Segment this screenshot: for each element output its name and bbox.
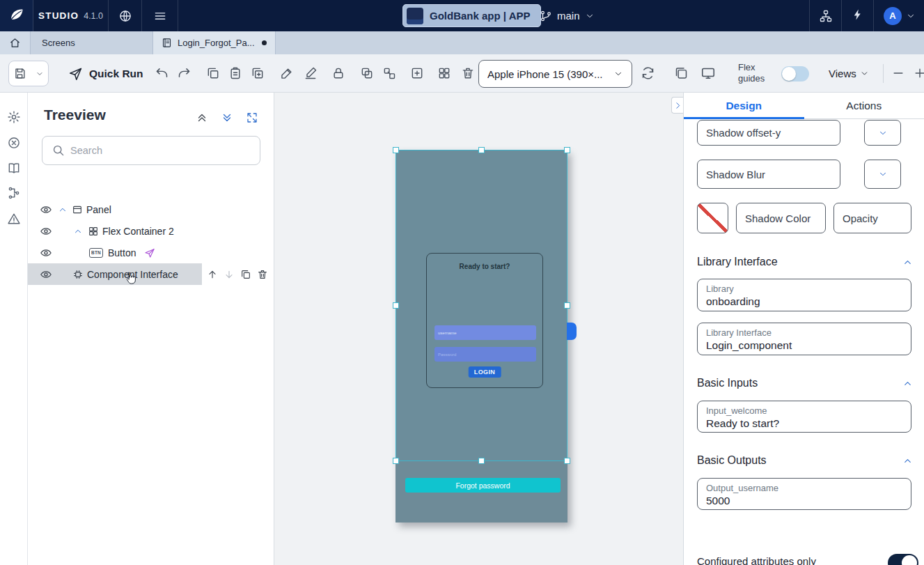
prefab-icon[interactable]	[7, 136, 21, 150]
section-library-interface[interactable]: Library Interface	[697, 253, 913, 271]
move-up-icon[interactable]	[207, 269, 218, 280]
toolbar-divider	[883, 64, 884, 83]
library-icon[interactable]	[7, 161, 21, 175]
expand-panel-icon[interactable]	[246, 111, 258, 124]
password-input[interactable]: Password	[434, 347, 536, 362]
actions-quick-button[interactable]	[841, 0, 873, 31]
layout-grid-button[interactable]	[437, 66, 451, 80]
inspector-footer: Configured attributes only	[684, 552, 924, 565]
add-container-button[interactable]	[410, 66, 424, 80]
panel-widget-icon	[72, 204, 83, 215]
shadow-offset-y-field[interactable]: Shadow offset-y	[697, 120, 840, 146]
tab-active-label: Login_Forgot_Pa...	[178, 38, 255, 48]
zoom-out-button[interactable]	[891, 66, 905, 80]
undo-button[interactable]	[155, 66, 169, 81]
visibility-eye-icon[interactable]	[40, 225, 52, 238]
login-button[interactable]: LOGIN	[469, 366, 501, 378]
opacity-field[interactable]: Opacity	[833, 203, 911, 233]
user-menu[interactable]: A	[873, 0, 924, 31]
drag-handle[interactable]	[567, 323, 577, 340]
studio-logo[interactable]	[0, 0, 33, 31]
shadow-color-field[interactable]: Shadow Color	[736, 203, 826, 233]
visibility-eye-icon[interactable]	[40, 203, 52, 216]
duplicate-node-icon[interactable]	[240, 269, 251, 280]
delete-button[interactable]	[461, 66, 475, 80]
tree-row-panel[interactable]: Panel	[28, 199, 274, 220]
inspector-body: Shadow offset-y Shadow Blur Shadow Color…	[684, 119, 924, 565]
flex-container-icon	[88, 226, 99, 237]
login-card[interactable]: Ready to start? username Password LOGIN	[426, 253, 543, 388]
phone-screen-mockup[interactable]: Ready to start? username Password LOGIN …	[396, 150, 567, 523]
shadow-offset-y-unit-dropdown[interactable]	[864, 120, 901, 146]
chevron-up-icon[interactable]	[58, 205, 68, 215]
inspector-collapse-button[interactable]	[671, 97, 683, 114]
warning-icon[interactable]	[7, 212, 21, 226]
welcome-text[interactable]: Ready to start?	[427, 263, 542, 270]
rename-edit-button[interactable]	[280, 66, 294, 80]
button-widget-icon: BTN	[89, 248, 103, 258]
chevron-down-icon	[860, 69, 869, 78]
locale-button[interactable]	[109, 0, 142, 31]
redo-button[interactable]	[177, 66, 191, 81]
tree-row-component-interface[interactable]: Component Interface	[28, 263, 274, 285]
paste-button[interactable]	[228, 66, 242, 80]
configured-attributes-toggle[interactable]	[888, 554, 918, 565]
input-welcome-field[interactable]: Input_welcome Ready to start?	[697, 401, 911, 433]
brand-name: STUDIO	[38, 10, 79, 21]
forgot-password-button[interactable]: Forgot password	[405, 478, 561, 493]
tab-home[interactable]	[0, 31, 31, 54]
style-brush-button[interactable]	[304, 66, 318, 80]
tree-row-flex-container[interactable]: Flex Container 2	[28, 220, 274, 242]
move-down-icon[interactable]	[224, 269, 235, 280]
library-field[interactable]: Library onboarding	[697, 279, 911, 311]
visibility-eye-icon[interactable]	[40, 247, 52, 259]
design-canvas[interactable]: Ready to start? username Password LOGIN …	[274, 93, 683, 565]
shadow-blur-unit-dropdown[interactable]	[864, 160, 901, 189]
branch-selector[interactable]: main	[540, 0, 595, 31]
visibility-eye-icon[interactable]	[40, 268, 52, 281]
section-basic-outputs[interactable]: Basic Outputs	[697, 451, 913, 470]
flex-guides-toggle[interactable]	[781, 66, 809, 82]
section-basic-inputs[interactable]: Basic Inputs	[697, 374, 913, 392]
library-interface-field[interactable]: Library Interface Login_component	[697, 323, 911, 355]
settings-icon[interactable]	[7, 110, 21, 124]
treeview-panel: Treeview Panel	[28, 93, 274, 565]
compare-screens-button[interactable]	[674, 66, 689, 81]
duplicate-button[interactable]	[251, 66, 265, 80]
search-input[interactable]	[42, 136, 260, 165]
flex-guides-label: Flex guides	[738, 62, 765, 84]
tree-row-button[interactable]: BTN Button	[28, 242, 274, 263]
ungroup-button[interactable]	[382, 66, 396, 80]
shadow-blur-field[interactable]: Shadow Blur	[697, 160, 840, 189]
tab-login-forgot-page[interactable]: Login_Forgot_Pa...	[153, 31, 276, 54]
git-branch-icon	[540, 10, 552, 22]
tab-screens[interactable]: Screens	[31, 31, 153, 54]
tab-actions[interactable]: Actions	[804, 93, 924, 118]
shadow-color-none-swatch[interactable]	[697, 203, 728, 233]
save-split-button[interactable]	[8, 61, 49, 86]
output-username-field[interactable]: Output_username 5000	[697, 478, 911, 510]
app-switcher-chip[interactable]: GoldBank app | APP	[402, 4, 541, 27]
zoom-in-button[interactable]	[913, 66, 924, 80]
lock-button[interactable]	[331, 66, 345, 80]
chevron-up-icon[interactable]	[73, 226, 83, 236]
quick-run-button[interactable]: Quick Run	[68, 54, 143, 93]
preview-monitor-button[interactable]	[700, 65, 716, 81]
refresh-canvas-button[interactable]	[641, 66, 655, 81]
username-input[interactable]: username	[434, 325, 536, 340]
views-dropdown[interactable]: Views	[829, 54, 869, 93]
main-menu-button[interactable]	[142, 0, 178, 31]
forgot-password-section[interactable]: Forgot password	[396, 461, 567, 523]
deploy-pipeline-button[interactable]	[809, 0, 841, 31]
group-button[interactable]	[360, 66, 374, 80]
collapse-all-icon[interactable]	[196, 111, 208, 124]
expand-all-icon[interactable]	[221, 111, 233, 124]
copy-button[interactable]	[206, 66, 220, 80]
delete-node-icon[interactable]	[257, 269, 268, 280]
unsaved-indicator	[262, 40, 267, 45]
tab-design[interactable]: Design	[684, 93, 804, 118]
device-selector[interactable]: Apple iPhone 15 (390×...	[478, 60, 632, 88]
hierarchy-icon[interactable]	[7, 186, 21, 200]
navigation-action-icon	[144, 247, 155, 258]
app-chip-label: GoldBank app | APP	[430, 10, 531, 22]
